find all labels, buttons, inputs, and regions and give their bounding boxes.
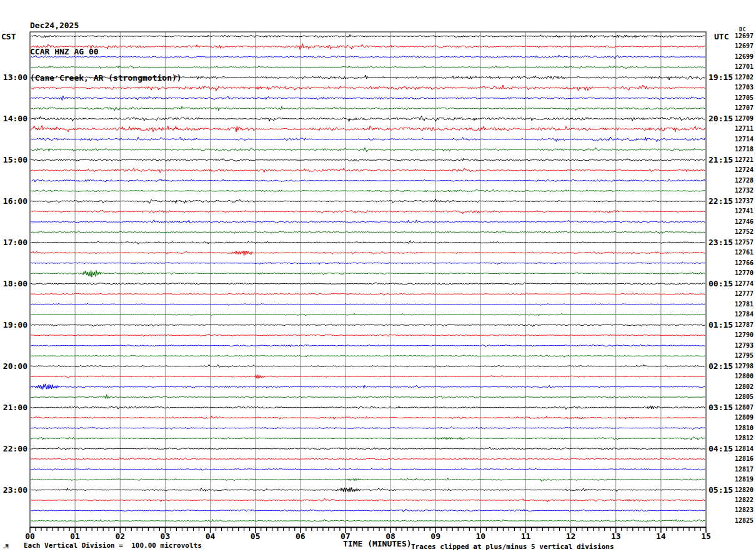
utc-time-label: 00:15 (709, 279, 733, 288)
dc-value: 12817 (735, 466, 754, 473)
dc-value: 12761 (735, 249, 754, 256)
x-tick-label: 09 (425, 531, 445, 541)
utc-time-label: 19:15 (709, 73, 733, 82)
dc-value: 12707 (735, 104, 754, 111)
seismic-trace (31, 210, 705, 214)
x-tick-label: 12 (561, 531, 581, 541)
cst-hour-label: 14:00 (0, 114, 27, 123)
cst-hour-label: 23:00 (0, 485, 27, 495)
station-id: CCAR HNZ AG 00 (30, 48, 182, 56)
seismic-trace (31, 158, 705, 161)
dc-value: 12697 (735, 43, 754, 49)
seismic-trace (31, 427, 705, 430)
seismic-trace (31, 126, 705, 132)
dc-value: 12703 (735, 84, 754, 91)
x-tick-label: 15 (696, 531, 716, 541)
cst-hour-label: 21:00 (0, 403, 27, 412)
seismic-trace (31, 478, 705, 481)
dc-value: 12766 (735, 259, 754, 266)
x-tick-label: 13 (606, 531, 626, 541)
dc-value: 12790 (735, 331, 754, 338)
dc-value: 12777 (735, 290, 754, 297)
utc-time-label: 02:15 (709, 361, 733, 371)
dc-value: 12805 (735, 393, 754, 400)
seismic-trace (31, 262, 705, 264)
dc-value: 12709 (735, 115, 754, 122)
seismic-trace (31, 220, 705, 223)
seismic-trace (31, 458, 705, 460)
seismic-trace (31, 334, 705, 336)
dc-value: 12699 (735, 53, 754, 60)
seismic-trace (31, 116, 705, 121)
right-axis-label: UTC (714, 32, 729, 41)
dc-value: 12802 (735, 383, 754, 390)
cst-hour-label: 18:00 (0, 279, 27, 288)
cst-hour-label: 13:00 (0, 73, 27, 82)
dc-value: 12718 (735, 146, 754, 153)
seismic-trace (31, 468, 705, 471)
dc-value: 12714 (735, 136, 754, 143)
plot-border (30, 32, 706, 527)
seismic-trace (31, 384, 705, 390)
utc-time-label: 01:15 (709, 320, 733, 330)
dc-value: 12816 (735, 455, 754, 462)
dc-value: 12825 (735, 517, 754, 524)
station-location: (Cane Creek, AR (strongmotion)) (30, 74, 182, 83)
dc-value: 12812 (735, 435, 754, 441)
dc-value: 12721 (735, 156, 754, 163)
x-tick-label: 01 (65, 531, 85, 541)
seismic-trace (31, 488, 705, 493)
seismic-trace (31, 509, 705, 512)
x-tick-label: 06 (291, 531, 311, 541)
utc-time-label: 21:15 (709, 155, 733, 164)
seismic-trace (31, 447, 705, 450)
dc-value: 12820 (735, 486, 754, 493)
clip-note: Traces clipped at plus/minus 5 vertical … (411, 543, 614, 551)
seismic-trace (31, 345, 705, 347)
dc-value: 12781 (735, 301, 754, 308)
x-tick-label: 10 (470, 531, 490, 541)
dc-value: 12728 (735, 177, 754, 184)
dc-value: 12702 (735, 74, 754, 81)
utc-time-label: 20:15 (709, 114, 733, 123)
seismic-trace (31, 395, 705, 399)
corner-mark: .M (2, 544, 9, 550)
cst-hour-label: 19:00 (0, 320, 27, 330)
dc-value: 12800 (735, 373, 754, 380)
cst-hour-label: 22:00 (0, 444, 27, 453)
seismic-trace (31, 406, 705, 410)
left-axis-label: CST (1, 32, 16, 41)
seismic-trace (31, 137, 705, 142)
dc-value: 12823 (735, 506, 754, 513)
seismic-trace (31, 241, 705, 244)
dc-value: 12809 (735, 414, 754, 421)
seismic-trace (31, 283, 705, 286)
seismic-trace (31, 148, 705, 152)
utc-time-label: 22:15 (709, 196, 733, 206)
dc-value: 12752 (735, 228, 754, 235)
cst-hour-label: 15:00 (0, 155, 27, 164)
dc-value: 12697 (735, 33, 754, 39)
dc-value: 12787 (735, 321, 754, 328)
x-axis-title: TIME (MINUTES) (343, 539, 412, 548)
dc-value: 12793 (735, 342, 754, 349)
seismic-trace (31, 365, 705, 368)
dc-value: 12814 (735, 445, 754, 452)
dc-value: 12737 (735, 198, 754, 204)
dc-value: 12770 (735, 269, 754, 276)
x-tick-label: 00 (20, 531, 40, 541)
dc-value: 12810 (735, 425, 754, 431)
dc-value: 12724 (735, 166, 754, 173)
seismic-trace (31, 270, 705, 277)
cst-hour-label: 16:00 (0, 196, 27, 206)
helicorder-page: Dec24,2025 CCAR HNZ AG 00 (Cane Creek, A… (0, 0, 756, 554)
seismic-trace (31, 199, 705, 203)
dc-value: 12732 (735, 187, 754, 194)
seismic-trace (31, 375, 705, 379)
utc-time-label: 03:15 (709, 403, 733, 412)
x-tick-label: 02 (110, 531, 130, 541)
seismic-trace (31, 324, 705, 326)
x-tick-label: 05 (246, 531, 266, 541)
dc-value: 12774 (735, 280, 754, 287)
dc-value: 12757 (735, 239, 754, 246)
